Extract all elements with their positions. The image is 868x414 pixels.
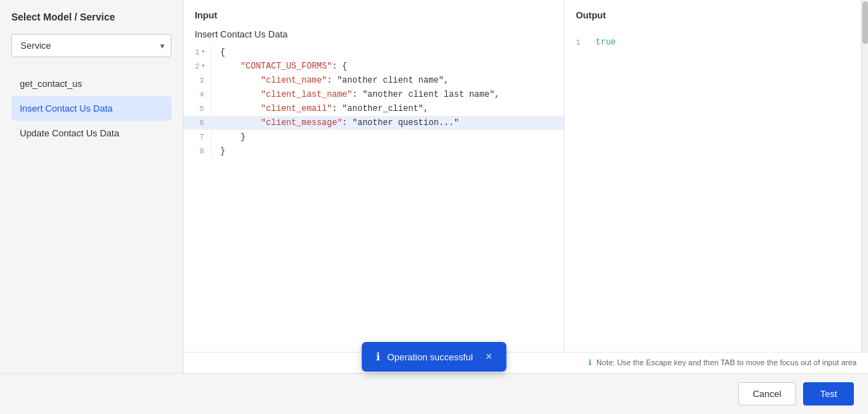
input-panel-header: Input: [183, 0, 564, 26]
code-line-1: 1 ▾ {: [183, 45, 564, 59]
menu-item-insert-contact-us[interactable]: Insert Contact Us Data: [11, 96, 171, 121]
code-editor[interactable]: 1 ▾ { 2 ▾ "CONTACT_US_FORMS": {: [183, 45, 564, 352]
sidebar: Select Model / Service Service Model get…: [0, 0, 183, 373]
toast-info-icon: ℹ: [376, 350, 380, 363]
content-area: Input Insert Contact Us Data 1 ▾ {: [183, 0, 868, 373]
code-line-7: 7 }: [183, 130, 564, 144]
toast-notification: ℹ Operation successful ×: [362, 342, 507, 372]
toast-close-button[interactable]: ×: [486, 350, 492, 363]
output-panel-header: Output: [565, 0, 868, 26]
note-text: Note: Use the Escape key and then TAB to…: [596, 358, 857, 367]
toast-message: Operation successful: [387, 352, 473, 362]
output-panel: Output 1 true: [565, 0, 868, 352]
note-bar: ℹ Note: Use the Escape key and then TAB …: [183, 352, 868, 373]
scrollbar-thumb[interactable]: [862, 1, 868, 44]
code-line-3: 3 "client_name": "another client name",: [183, 73, 564, 88]
code-line-4: 4 "client_last_name": "another client la…: [183, 88, 564, 102]
cancel-button[interactable]: Cancel: [738, 382, 796, 406]
service-select[interactable]: Service Model: [11, 34, 171, 57]
service-dropdown-wrapper[interactable]: Service Model: [11, 34, 171, 57]
info-icon: ℹ: [589, 358, 591, 367]
menu-item-get-contact-us[interactable]: get_contact_us: [11, 71, 171, 96]
code-line-6: 6 "client_message": "another question...…: [183, 116, 564, 130]
test-button[interactable]: Test: [803, 382, 854, 406]
output-line-1: 1 true: [576, 37, 857, 47]
output-content: 1 true: [565, 26, 868, 352]
footer: Cancel Test: [0, 373, 868, 414]
sidebar-title: Select Model / Service: [11, 11, 171, 23]
code-line-8: 8 }: [183, 144, 564, 158]
code-line-2: 2 ▾ "CONTACT_US_FORMS": {: [183, 59, 564, 73]
output-value: true: [596, 37, 616, 47]
input-panel: Input Insert Contact Us Data 1 ▾ {: [183, 0, 565, 352]
menu-items: get_contact_us Insert Contact Us Data Up…: [11, 71, 171, 146]
menu-item-update-contact-us[interactable]: Update Contact Us Data: [11, 121, 171, 146]
input-panel-subheader: Insert Contact Us Data: [183, 26, 564, 45]
code-line-5: 5 "client_email": "another_client",: [183, 102, 564, 116]
scrollbar[interactable]: [861, 0, 868, 352]
